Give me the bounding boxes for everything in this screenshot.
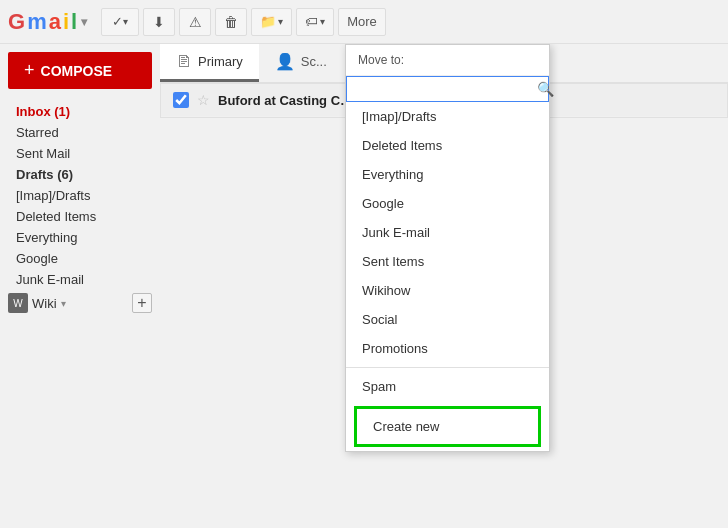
wiki-label[interactable]: Wiki bbox=[32, 296, 57, 311]
sidebar: + COMPOSE Inbox (1) Starred Sent Mail Dr… bbox=[0, 44, 160, 528]
move-to-dropdown: Move to: 🔍 [Imap]/Drafts Deleted Items E… bbox=[345, 44, 550, 452]
add-label-btn[interactable]: + bbox=[132, 293, 152, 313]
select-caret-icon: ▾ bbox=[123, 16, 128, 27]
sidebar-item-google[interactable]: Google bbox=[0, 248, 160, 269]
compose-plus-icon: + bbox=[24, 60, 35, 81]
email-sender: Buford at Casting Call C. bbox=[218, 93, 358, 108]
add-icon: + bbox=[137, 294, 146, 312]
dropdown-item-google[interactable]: Google bbox=[346, 189, 549, 218]
tag-btn[interactable]: 🏷 ▾ bbox=[296, 8, 334, 36]
more-label: More bbox=[347, 14, 377, 29]
dropdown-item-junk[interactable]: Junk E-mail bbox=[346, 218, 549, 247]
select-btn[interactable]: ✓ ▾ bbox=[101, 8, 139, 36]
folder-caret-icon: ▾ bbox=[278, 16, 283, 27]
dropdown-divider bbox=[346, 367, 549, 368]
more-btn[interactable]: More bbox=[338, 8, 386, 36]
sidebar-item-everything[interactable]: Everything bbox=[0, 227, 160, 248]
tab-social[interactable]: 👤 Sc... bbox=[259, 44, 343, 82]
sidebar-item-drafts[interactable]: Drafts (6) bbox=[0, 164, 160, 185]
top-bar: Gmail ▾ ✓ ▾ ⬇ ⚠ 🗑 📁 ▾ 🏷 ▾ More bbox=[0, 0, 728, 44]
search-icon: 🔍 bbox=[531, 77, 560, 101]
delete-btn[interactable]: 🗑 bbox=[215, 8, 247, 36]
sidebar-everything-label: Everything bbox=[16, 230, 77, 245]
dropdown-item-social[interactable]: Social bbox=[346, 305, 549, 334]
dropdown-item-imap-drafts[interactable]: [Imap]/Drafts bbox=[346, 102, 549, 131]
sidebar-google-label: Google bbox=[16, 251, 58, 266]
content-area: 🖹 Primary 👤 Sc... + ☆ Buford at Casting … bbox=[160, 44, 728, 528]
delete-icon: 🗑 bbox=[224, 14, 238, 30]
primary-tab-icon: 🖹 bbox=[176, 53, 192, 71]
sidebar-item-imap-drafts[interactable]: [Imap]/Drafts bbox=[0, 185, 160, 206]
sidebar-item-sentmail[interactable]: Sent Mail bbox=[0, 143, 160, 164]
dropdown-item-wikihow[interactable]: Wikihow bbox=[346, 276, 549, 305]
star-icon[interactable]: ☆ bbox=[197, 92, 210, 108]
gmail-caret[interactable]: ▾ bbox=[81, 15, 87, 29]
archive-btn[interactable]: ⬇ bbox=[143, 8, 175, 36]
dropdown-header: Move to: bbox=[346, 45, 549, 76]
wiki-row: W Wiki ▾ + bbox=[0, 290, 160, 316]
dropdown-item-spam[interactable]: Spam bbox=[346, 372, 549, 401]
sidebar-inbox-label: Inbox (1) bbox=[16, 104, 70, 119]
social-tab-icon: 👤 bbox=[275, 52, 295, 71]
compose-label: COMPOSE bbox=[41, 63, 113, 79]
sidebar-drafts-label: Drafts (6) bbox=[16, 167, 73, 182]
email-checkbox[interactable] bbox=[173, 92, 189, 108]
social-tab-label: Sc... bbox=[301, 54, 327, 69]
folder-icon: 📁 bbox=[260, 14, 276, 29]
sidebar-junk-label: Junk E-mail bbox=[16, 272, 84, 287]
dropdown-item-deleted[interactable]: Deleted Items bbox=[346, 131, 549, 160]
dropdown-item-trash[interactable]: Trash bbox=[346, 401, 549, 402]
dropdown-item-promotions[interactable]: Promotions bbox=[346, 334, 549, 363]
gmail-logo: Gmail ▾ bbox=[8, 9, 87, 35]
dropdown-search-box: 🔍 bbox=[346, 76, 549, 102]
tag-caret-icon: ▾ bbox=[320, 16, 325, 27]
dropdown-item-everything[interactable]: Everything bbox=[346, 160, 549, 189]
tag-icon: 🏷 bbox=[305, 14, 318, 29]
primary-tab-label: Primary bbox=[198, 54, 243, 69]
dropdown-item-sent[interactable]: Sent Items bbox=[346, 247, 549, 276]
sidebar-item-deleted[interactable]: Deleted Items bbox=[0, 206, 160, 227]
sidebar-deleted-label: Deleted Items bbox=[16, 209, 96, 224]
select-check-icon: ✓ bbox=[112, 14, 123, 29]
tab-primary[interactable]: 🖹 Primary bbox=[160, 44, 259, 82]
sidebar-item-inbox[interactable]: Inbox (1) bbox=[0, 101, 160, 122]
sidebar-starred-label: Starred bbox=[16, 125, 59, 140]
compose-button[interactable]: + COMPOSE bbox=[8, 52, 152, 89]
folder-btn[interactable]: 📁 ▾ bbox=[251, 8, 292, 36]
toolbar-row: ✓ ▾ ⬇ ⚠ 🗑 📁 ▾ 🏷 ▾ More bbox=[101, 8, 386, 36]
sidebar-imap-label: [Imap]/Drafts bbox=[16, 188, 90, 203]
wiki-caret-icon[interactable]: ▾ bbox=[61, 298, 66, 309]
create-new-btn[interactable]: Create new bbox=[354, 406, 541, 447]
dropdown-search-input[interactable] bbox=[347, 78, 531, 101]
report-btn[interactable]: ⚠ bbox=[179, 8, 211, 36]
wiki-icon: W bbox=[8, 293, 28, 313]
sidebar-item-junk[interactable]: Junk E-mail bbox=[0, 269, 160, 290]
report-icon: ⚠ bbox=[189, 14, 202, 30]
sidebar-sentmail-label: Sent Mail bbox=[16, 146, 70, 161]
dropdown-items: [Imap]/Drafts Deleted Items Everything G… bbox=[346, 102, 549, 402]
sidebar-item-starred[interactable]: Starred bbox=[0, 122, 160, 143]
archive-icon: ⬇ bbox=[153, 14, 165, 30]
main-layout: + COMPOSE Inbox (1) Starred Sent Mail Dr… bbox=[0, 44, 728, 528]
